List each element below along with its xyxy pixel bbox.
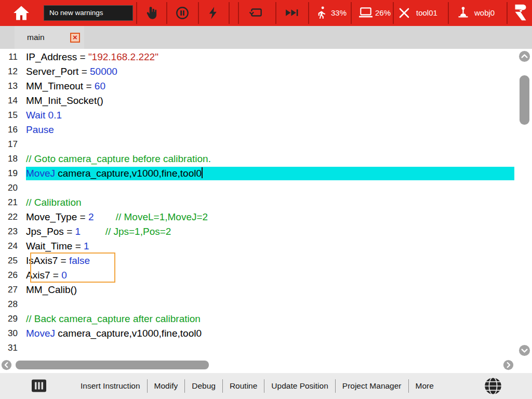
joystick-icon bbox=[456, 12, 470, 21]
wobj-selector[interactable] bbox=[456, 6, 470, 22]
lightning-icon bbox=[206, 13, 221, 22]
line-number: 20 bbox=[0, 183, 26, 193]
code-line-27[interactable]: 27MM_Calib() bbox=[0, 283, 532, 297]
globe-icon bbox=[483, 389, 503, 397]
code-text bbox=[26, 298, 514, 311]
vertical-scroll-up-button[interactable] bbox=[518, 50, 530, 62]
code-line-13[interactable]: 13MM_Timeout = 60 bbox=[0, 79, 532, 94]
code-line-28[interactable]: 28 bbox=[0, 297, 532, 312]
status-message-box[interactable]: No new warnings bbox=[44, 5, 133, 21]
line-number: 15 bbox=[0, 110, 26, 121]
walking-person-icon bbox=[315, 12, 329, 21]
code-line-19[interactable]: 19MoveJ camera_capture,v1000,fine,tool0 bbox=[0, 166, 532, 181]
continuous-run-button[interactable] bbox=[285, 6, 299, 21]
monitor-icon bbox=[358, 12, 373, 21]
loop-run-button[interactable] bbox=[249, 6, 263, 21]
code-line-15[interactable]: 15Wait 0.1 bbox=[0, 108, 532, 123]
horizontal-scroll-left-button[interactable] bbox=[1, 360, 13, 371]
line-number: 24 bbox=[0, 241, 26, 251]
code-line-11[interactable]: 11IP_Address = "192.168.2.222" bbox=[0, 50, 532, 64]
tab-close-button[interactable]: × bbox=[70, 33, 80, 43]
toolbar-button-routine[interactable]: Routine bbox=[223, 381, 264, 391]
toolbar-button-modify[interactable]: Modify bbox=[148, 381, 185, 391]
code-line-18[interactable]: 18// Goto camera_capture before calibrat… bbox=[0, 152, 532, 166]
code-line-30[interactable]: 30MoveJ camera_capture,v1000,fine,tool0 bbox=[0, 326, 532, 341]
code-text bbox=[26, 138, 514, 151]
line-number: 12 bbox=[0, 66, 26, 77]
vertical-scrollbar-thumb[interactable] bbox=[520, 75, 529, 125]
wobj-name-label: wobj0 bbox=[474, 0, 495, 26]
code-line-29[interactable]: 29// Back camera_capture after calibrati… bbox=[0, 312, 532, 326]
code-line-23[interactable]: 23Jps_Pos = 1 // Jps=1,Pos=2 bbox=[0, 224, 532, 239]
topbar-divider bbox=[393, 2, 394, 24]
tabbar: main × bbox=[0, 26, 532, 49]
code-line-26[interactable]: 26Axis7 = 0 bbox=[0, 268, 532, 283]
code-line-16[interactable]: 16Pause bbox=[0, 123, 532, 137]
code-text: Wait 0.1 bbox=[26, 109, 514, 122]
bottom-toolbar: Insert InstructionModifyDebugRoutineUpda… bbox=[0, 373, 532, 399]
vertical-scroll-down-button[interactable] bbox=[518, 344, 530, 356]
toolbar-button-more[interactable]: More bbox=[409, 381, 441, 391]
line-number: 25 bbox=[0, 256, 26, 266]
topbar-divider bbox=[507, 2, 508, 24]
toolbar-button-insert-instruction[interactable]: Insert Instruction bbox=[74, 381, 147, 391]
code-text: MoveJ camera_capture,v1000,fine,tool0 bbox=[26, 167, 514, 180]
drag-mode-button[interactable] bbox=[145, 6, 159, 22]
toolbar-button-update-position[interactable]: Update Position bbox=[264, 381, 335, 391]
code-text: Jps_Pos = 1 // Jps=1,Pos=2 bbox=[26, 225, 514, 238]
topbar-divider bbox=[198, 2, 199, 24]
pause-icon bbox=[175, 13, 190, 22]
code-text bbox=[26, 181, 514, 195]
speed-percent-label: 33% bbox=[331, 0, 347, 26]
tab-label: main bbox=[27, 33, 45, 42]
code-line-20[interactable]: 20 bbox=[0, 181, 532, 195]
line-number: 17 bbox=[0, 139, 26, 150]
code-line-22[interactable]: 22Move_Type = 2 // MoveL=1,MoveJ=2 bbox=[0, 210, 532, 224]
code-text: // Back camera_capture after calibration bbox=[26, 312, 514, 326]
code-line-21[interactable]: 21// Calibration bbox=[0, 195, 532, 210]
horizontal-scrollbar-thumb[interactable] bbox=[16, 361, 209, 369]
code-text: MM_Init_Socket() bbox=[26, 94, 514, 108]
toolbar-button-project-manager[interactable]: Project Manager bbox=[336, 381, 408, 391]
code-text bbox=[26, 341, 514, 355]
tool-selector[interactable] bbox=[398, 7, 410, 21]
virtual-keyboard-button[interactable] bbox=[31, 379, 47, 395]
screen-indicator[interactable] bbox=[358, 6, 373, 21]
language-globe-button[interactable] bbox=[483, 376, 503, 398]
line-number: 23 bbox=[0, 227, 26, 237]
pause-button[interactable] bbox=[175, 6, 190, 22]
code-text: Axis7 = 0 bbox=[26, 269, 514, 282]
code-editor[interactable]: 11IP_Address = "192.168.2.222"12Server_P… bbox=[0, 49, 532, 373]
topbar-divider bbox=[238, 2, 239, 24]
home-button[interactable] bbox=[12, 4, 30, 24]
line-number: 16 bbox=[0, 125, 26, 135]
tab-main[interactable]: main × bbox=[15, 26, 84, 49]
code-line-14[interactable]: 14MM_Init_Socket() bbox=[0, 94, 532, 108]
power-button[interactable] bbox=[206, 6, 221, 22]
code-line-24[interactable]: 24Wait_Time = 1 bbox=[0, 239, 532, 254]
chevron-up-icon bbox=[518, 55, 530, 64]
line-number: 13 bbox=[0, 81, 26, 91]
line-number: 30 bbox=[0, 328, 26, 339]
code-lines: 11IP_Address = "192.168.2.222"12Server_P… bbox=[0, 50, 532, 355]
code-line-12[interactable]: 12Server_Port = 50000 bbox=[0, 64, 532, 79]
text-cursor bbox=[202, 167, 203, 178]
code-text: IsAxis7 = false bbox=[26, 254, 514, 268]
chevron-left-icon bbox=[1, 363, 12, 372]
fast-forward-icon bbox=[285, 12, 299, 21]
topbar-divider bbox=[275, 2, 276, 24]
topbar: No new warnings bbox=[0, 0, 532, 26]
screen-percent-label: 26% bbox=[375, 0, 391, 26]
code-line-25[interactable]: 25IsAxis7 = false bbox=[0, 254, 532, 268]
toolbar-button-debug[interactable]: Debug bbox=[185, 381, 222, 391]
code-line-17[interactable]: 17 bbox=[0, 137, 532, 152]
line-number: 21 bbox=[0, 197, 26, 208]
code-line-31[interactable]: 31 bbox=[0, 341, 532, 355]
code-text: Wait_Time = 1 bbox=[26, 240, 514, 253]
topbar-divider bbox=[166, 2, 167, 24]
speed-indicator[interactable] bbox=[315, 6, 329, 22]
line-number: 26 bbox=[0, 270, 26, 281]
chevron-right-icon bbox=[503, 363, 514, 372]
horizontal-scroll-right-button[interactable] bbox=[503, 360, 515, 371]
code-text: IP_Address = "192.168.2.222" bbox=[26, 50, 514, 64]
